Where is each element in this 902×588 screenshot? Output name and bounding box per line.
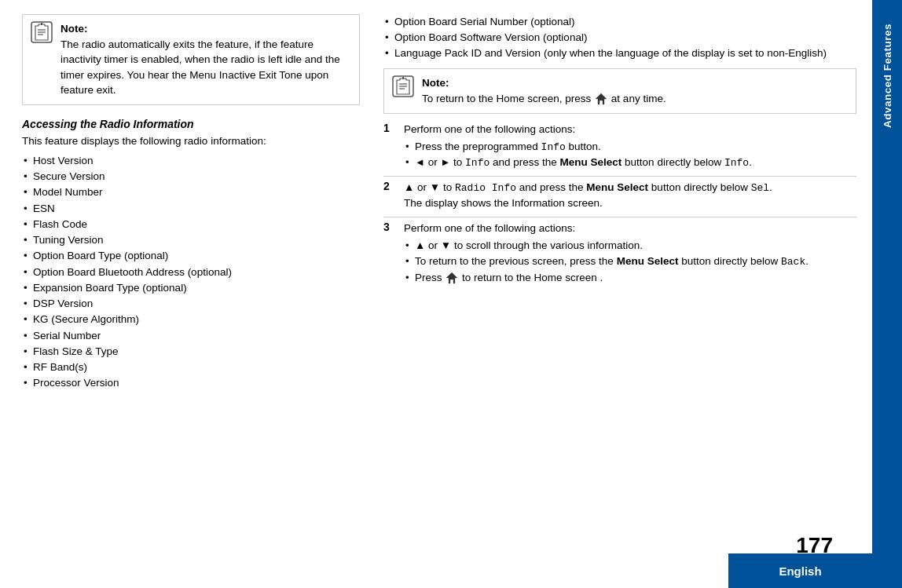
- step-content-2: ▲ or ▼ to Radio Info and press the Menu …: [404, 180, 772, 212]
- note-icon-left: [31, 21, 53, 43]
- section-heading: Accessing the Radio Information: [22, 118, 360, 130]
- info-bullet-list: Host Version Secure Version Model Number…: [22, 153, 360, 392]
- step-intro-1: Perform one of the following actions:: [404, 123, 575, 135]
- note-box-right: Note: To return to the Home screen, pres…: [383, 68, 856, 113]
- note-content-right: Note: To return to the Home screen, pres…: [422, 75, 666, 106]
- step-3: 3 Perform one of the following actions: …: [383, 221, 856, 290]
- list-item: Model Number: [22, 184, 360, 200]
- home-icon: [595, 93, 607, 105]
- list-item: Option Board Serial Number (optional): [383, 14, 856, 30]
- note-text-left: The radio automatically exits the featur…: [60, 38, 340, 97]
- list-item: Serial Number: [22, 328, 360, 344]
- note-title-right: Note:: [422, 77, 449, 89]
- right-sidebar: Advanced Features: [872, 0, 902, 588]
- section-intro: This feature displays the following radi…: [22, 135, 360, 147]
- list-item: ◄ or ► to Info and press the Menu Select…: [404, 155, 752, 171]
- list-item: Flash Size & Type: [22, 344, 360, 360]
- step-2: 2 ▲ or ▼ to Radio Info and press the Men…: [383, 180, 856, 217]
- note-content-left: Note: The radio automatically exits the …: [60, 21, 351, 98]
- step-1-sublist: Press the preprogrammed Info button. ◄ o…: [404, 139, 752, 171]
- list-item: To return to the previous screen, press …: [404, 254, 808, 270]
- list-item: Tuning Version: [22, 232, 360, 248]
- note-title-left: Note:: [60, 23, 88, 35]
- list-item: Option Board Type (optional): [22, 248, 360, 264]
- home-icon-inline: [446, 272, 458, 284]
- note-icon-right: [392, 75, 414, 97]
- step-1: 1 Perform one of the following actions: …: [383, 122, 856, 177]
- right-column: Option Board Serial Number (optional) Op…: [383, 14, 856, 580]
- list-item: Flash Code: [22, 217, 360, 232]
- step-3-sublist: ▲ or ▼ to scroll through the various inf…: [404, 238, 808, 286]
- language-button[interactable]: English: [728, 553, 872, 588]
- note-text-right: To return to the Home screen, press at a…: [422, 93, 666, 104]
- list-item: Option Board Bluetooth Address (optional…: [22, 265, 360, 280]
- list-item: Option Board Software Version (optional): [383, 30, 856, 46]
- step-content-3: Perform one of the following actions: ▲ …: [404, 221, 808, 286]
- list-item: Press the preprogrammed Info button.: [404, 139, 752, 155]
- page-container: Note: The radio automatically exits the …: [0, 0, 902, 588]
- list-item: Secure Version: [22, 169, 360, 184]
- note-box-left: Note: The radio automatically exits the …: [22, 14, 360, 105]
- step-2-text: ▲ or ▼ to Radio Info and press the Menu …: [404, 181, 772, 210]
- list-item: Language Pack ID and Version (only when …: [383, 46, 856, 61]
- step-number-3: 3: [383, 221, 396, 286]
- main-content: Note: The radio automatically exits the …: [0, 0, 872, 588]
- step-number-1: 1: [383, 122, 396, 171]
- step-content-1: Perform one of the following actions: Pr…: [404, 122, 752, 171]
- list-item: ESN: [22, 201, 360, 217]
- two-col-layout: Note: The radio automatically exits the …: [22, 14, 856, 580]
- left-column: Note: The radio automatically exits the …: [22, 14, 360, 580]
- list-item: Expansion Board Type (optional): [22, 280, 360, 296]
- list-item: Press to return to the Home screen .: [404, 270, 808, 286]
- list-item: DSP Version: [22, 296, 360, 312]
- right-bullet-list: Option Board Serial Number (optional) Op…: [383, 14, 856, 60]
- list-item: ▲ or ▼ to scroll through the various inf…: [404, 238, 808, 254]
- list-item: RF Band(s): [22, 360, 360, 375]
- list-item: Host Version: [22, 153, 360, 169]
- step-intro-3: Perform one of the following actions:: [404, 222, 575, 234]
- list-item: KG (Secure Algorithm): [22, 312, 360, 327]
- sidebar-label: Advanced Features: [882, 24, 893, 128]
- list-item: Processor Version: [22, 375, 360, 391]
- step-number-2: 2: [383, 180, 396, 212]
